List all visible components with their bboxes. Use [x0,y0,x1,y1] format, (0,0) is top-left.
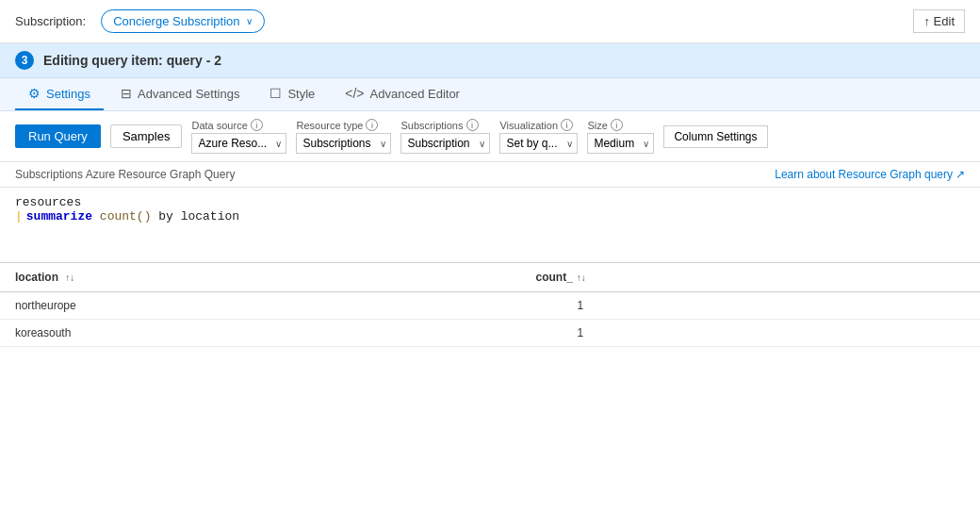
section-title: Editing query item: query - 2 [43,53,221,68]
size-info-icon[interactable]: i [611,119,623,131]
external-link-icon: ↗ [956,168,965,181]
table-header-row: location ↑↓ count_↑↓ [0,263,980,292]
cell-location: northeurope [0,292,520,320]
visualization-info-icon[interactable]: i [561,119,573,131]
code-summarize: summarize [26,209,92,223]
visualization-field: Visualization i Set by q... [499,119,578,154]
subscription-value: Concierge Subscription [113,14,239,28]
table-row: northeurope 1 [0,292,980,320]
samples-button[interactable]: Samples [110,124,183,148]
subscription-label: Subscription: [15,14,86,28]
tab-settings[interactable]: ⚙ Settings [15,78,104,110]
code-resources: resources [15,195,81,209]
data-source-info-icon[interactable]: i [251,119,263,131]
learn-link-text: Learn about Resource Graph query [775,168,953,181]
subscriptions-label: Subscriptions [400,120,463,131]
subscription-dropdown[interactable]: Concierge Subscription ∨ [101,9,264,33]
query-area: Subscriptions Azure Resource Graph Query… [0,162,980,188]
tab-advanced-editor-label: Advanced Editor [370,87,460,101]
subscriptions-dropdown[interactable]: Subscription [400,133,490,154]
advanced-editor-icon: </> [345,86,364,101]
cell-count: 1 [520,292,980,320]
tab-style[interactable]: ☐ Style [256,78,328,110]
resource-type-label: Resource type [296,120,363,131]
advanced-settings-icon: ⊟ [121,86,132,101]
edit-button[interactable]: ↑ Edit [913,9,965,33]
size-select[interactable]: Medium [587,133,654,154]
chevron-down-icon: ∨ [246,16,253,26]
sort-icon-count: ↑↓ [577,273,586,283]
size-label: Size [587,120,607,131]
resource-type-dropdown[interactable]: Subscriptions [296,133,391,154]
data-source-label: Data source [191,120,247,131]
tab-style-label: Style [287,87,315,101]
tabs-bar: ⚙ Settings ⊟ Advanced Settings ☐ Style <… [0,78,980,111]
tab-advanced-settings[interactable]: ⊟ Advanced Settings [107,78,253,110]
col-header-location[interactable]: location ↑↓ [0,263,520,292]
size-dropdown[interactable]: Medium [587,133,654,154]
visualization-select[interactable]: Set by q... [499,133,578,154]
results-section: location ↑↓ count_↑↓ northeurope 1 korea… [0,263,980,347]
code-line-1: resources [15,195,965,209]
cell-location: koreasouth [0,320,520,347]
controls-row: Run Query Samples Data source i Azure Re… [0,111,980,162]
visualization-dropdown[interactable]: Set by q... [499,133,578,154]
code-count: count() [100,209,152,223]
subscriptions-field: Subscriptions i Subscription [400,119,490,154]
section-header: 3 Editing query item: query - 2 [0,43,980,78]
size-field: Size i Medium [587,119,654,154]
sort-icon-location: ↑↓ [65,273,74,283]
data-source-dropdown[interactable]: Azure Reso... [191,133,286,154]
column-settings-button[interactable]: Column Settings [663,125,767,148]
style-icon: ☐ [270,86,282,101]
resource-type-field: Resource type i Subscriptions [296,119,391,154]
subscriptions-select[interactable]: Subscription [400,133,490,154]
data-source-select[interactable]: Azure Reso... [191,133,286,154]
subscriptions-info-icon[interactable]: i [466,119,479,131]
visualization-label: Visualization [499,120,558,131]
query-code-area[interactable]: resources | summarize count() by locatio… [0,188,980,263]
query-label: Subscriptions Azure Resource Graph Query [15,168,235,181]
run-query-button[interactable]: Run Query [15,124,101,148]
code-pipe-icon: | [15,209,23,223]
tab-advanced-editor[interactable]: </> Advanced Editor [332,78,473,110]
code-line-2: | summarize count() by location [15,209,965,223]
data-source-field: Data source i Azure Reso... [191,119,286,154]
resource-type-info-icon[interactable]: i [366,119,378,131]
section-number: 3 [15,51,34,70]
results-table: location ↑↓ count_↑↓ northeurope 1 korea… [0,263,980,347]
cell-count: 1 [520,320,980,347]
col-header-count[interactable]: count_↑↓ [520,263,980,292]
gear-icon: ⚙ [28,86,41,101]
table-row: koreasouth 1 [0,320,980,347]
tab-advanced-settings-label: Advanced Settings [138,87,239,101]
top-bar: Subscription: Concierge Subscription ∨ ↑… [0,0,980,43]
code-by-location: by location [151,209,239,223]
tab-settings-label: Settings [46,87,90,101]
resource-type-select[interactable]: Subscriptions [296,133,391,154]
learn-link[interactable]: Learn about Resource Graph query ↗ [775,168,965,181]
